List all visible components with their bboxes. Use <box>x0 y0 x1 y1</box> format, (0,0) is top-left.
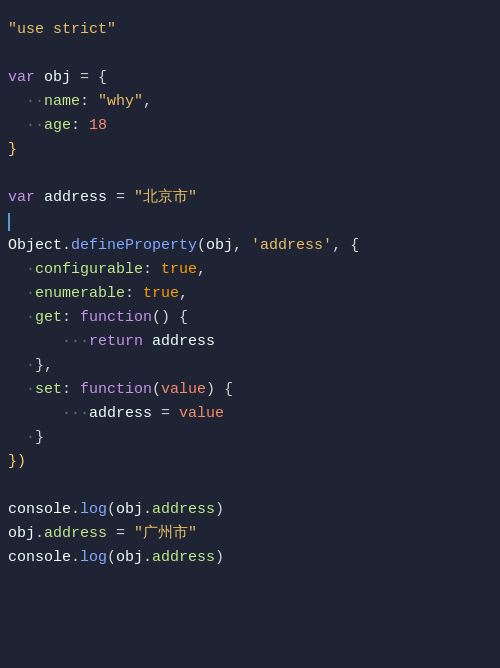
set-prop: set <box>35 378 62 402</box>
dot7: · <box>26 306 35 330</box>
beijing-string: "北京市" <box>134 186 197 210</box>
dot8: · <box>62 330 71 354</box>
eq-assign: = <box>107 522 134 546</box>
obj-name: obj <box>44 66 80 90</box>
equals-2: = <box>116 186 134 210</box>
line-3: var obj = { <box>8 66 492 90</box>
line-22: obj.address = "广州市" <box>8 522 492 546</box>
comma-obj: , <box>233 234 251 258</box>
paren-value-close: ) { <box>206 378 233 402</box>
true-2: true <box>143 282 179 306</box>
dot3: · <box>26 114 35 138</box>
colon6: : <box>62 378 80 402</box>
line-6: } <box>8 138 492 162</box>
comma1: , <box>143 90 152 114</box>
dot16: · <box>26 426 35 450</box>
line-12: ·enumerable: true, <box>8 282 492 306</box>
colon3: : <box>143 258 161 282</box>
dot-addr2: . <box>143 546 152 570</box>
close-get-brace: }, <box>35 354 53 378</box>
sp6 <box>8 378 26 402</box>
line-7-empty <box>8 162 492 186</box>
paren-log1-close: ) <box>215 498 224 522</box>
sp3 <box>8 306 26 330</box>
parens-get: () { <box>152 306 188 330</box>
sp5 <box>8 354 26 378</box>
obj-arg: obj <box>206 234 233 258</box>
close-brace-obj: } <box>8 138 17 162</box>
close-set-brace: } <box>35 426 44 450</box>
comma2: , <box>197 258 206 282</box>
line-14: ···return address <box>8 330 492 354</box>
paren-log1-open: ( <box>107 498 116 522</box>
obj-assign: obj <box>8 522 35 546</box>
age-value: 18 <box>89 114 107 138</box>
dot5: · <box>26 258 35 282</box>
return-keyword: return <box>89 330 152 354</box>
paren-value-open: ( <box>152 378 161 402</box>
name-value: "why" <box>98 90 143 114</box>
line-18: ·} <box>8 426 492 450</box>
define-property-func: defineProperty <box>71 234 197 258</box>
address-return: address <box>152 330 215 354</box>
var-keyword-2: var <box>8 186 44 210</box>
log-func-2: log <box>80 546 107 570</box>
dot-addr1: . <box>143 498 152 522</box>
address-log2: address <box>152 546 215 570</box>
colon5: : <box>62 306 80 330</box>
dot4: · <box>35 114 44 138</box>
line-11: ·configurable: true, <box>8 258 492 282</box>
value-set: value <box>179 402 224 426</box>
colon1: : <box>80 90 98 114</box>
sp7 <box>8 402 62 426</box>
dot12: · <box>26 378 35 402</box>
sp4 <box>8 330 62 354</box>
name-prop: name <box>44 90 80 114</box>
address-log1: address <box>152 498 215 522</box>
paren-open: ( <box>197 234 206 258</box>
close-define-brace: }) <box>8 450 26 474</box>
log-func-1: log <box>80 498 107 522</box>
indent1 <box>8 90 26 114</box>
address-name: address <box>44 186 116 210</box>
text-cursor <box>8 213 10 231</box>
object-obj: Object <box>8 234 62 258</box>
sp1 <box>8 258 26 282</box>
line-4: ··name: "why", <box>8 90 492 114</box>
dot15: · <box>80 402 89 426</box>
get-prop: get <box>35 306 62 330</box>
sp2 <box>8 282 26 306</box>
dot-log1: . <box>71 498 80 522</box>
dot13: · <box>62 402 71 426</box>
dot-log2: . <box>71 546 80 570</box>
dot1: · <box>26 90 35 114</box>
colon2: : <box>71 114 89 138</box>
dot-define: . <box>62 234 71 258</box>
address-assign: address <box>44 522 107 546</box>
var-keyword: var <box>8 66 44 90</box>
paren-log2-open: ( <box>107 546 116 570</box>
obj-log1: obj <box>116 498 143 522</box>
dot9: · <box>71 330 80 354</box>
true-1: true <box>161 258 197 282</box>
line-1: "use strict" <box>8 18 492 42</box>
line-10: Object.defineProperty(obj, 'address', { <box>8 234 492 258</box>
line-13: ·get: function() { <box>8 306 492 330</box>
enumerable-prop: enumerable <box>35 282 125 306</box>
dot2: · <box>35 90 44 114</box>
colon4: : <box>125 282 143 306</box>
line-2-empty <box>8 42 492 66</box>
dot-assign: . <box>35 522 44 546</box>
comma-addr: , { <box>332 234 359 258</box>
function-keyword-2: function <box>80 378 152 402</box>
function-keyword-1: function <box>80 306 152 330</box>
line-23: console.log(obj.address) <box>8 546 492 570</box>
line-8: var address = "北京市" <box>8 186 492 210</box>
obj-log2: obj <box>116 546 143 570</box>
use-strict-string: "use strict" <box>8 18 116 42</box>
dot10: · <box>80 330 89 354</box>
line-5: ··age: 18 <box>8 114 492 138</box>
line-17: ···address = value <box>8 402 492 426</box>
line-21: console.log(obj.address) <box>8 498 492 522</box>
paren-log2-close: ) <box>215 546 224 570</box>
